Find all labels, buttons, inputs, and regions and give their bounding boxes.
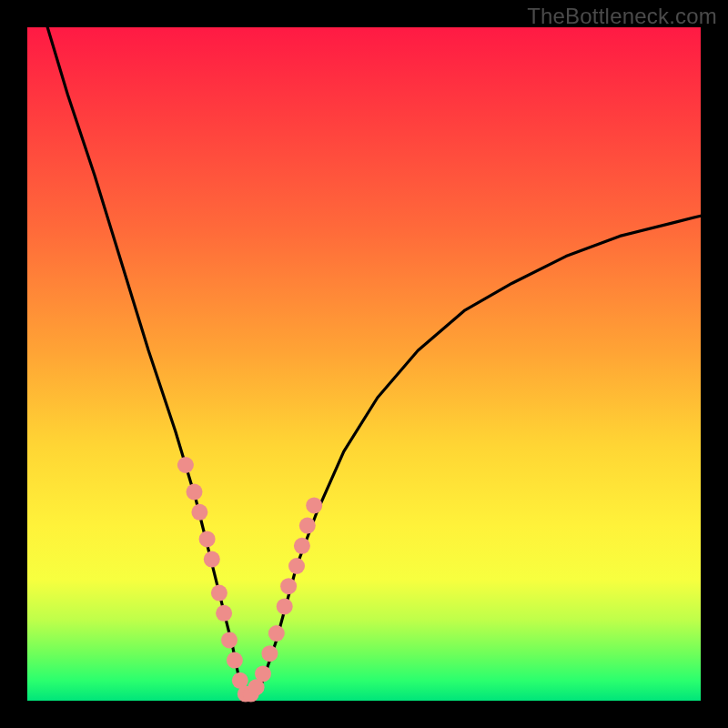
bottleneck-curve	[47, 27, 701, 701]
highlight-dot	[177, 457, 194, 473]
highlight-dot	[255, 665, 271, 682]
bottleneck-curve-path	[47, 27, 701, 701]
highlight-dot	[277, 598, 293, 614]
highlight-dot	[268, 625, 285, 642]
highlight-dot	[299, 518, 316, 534]
highlight-dot	[211, 585, 228, 602]
highlight-dot	[306, 497, 322, 513]
highlight-dot	[288, 558, 305, 574]
highlight-dot	[191, 504, 207, 521]
highlight-dot	[216, 605, 232, 622]
highlight-dot	[187, 484, 203, 500]
highlight-dot	[261, 645, 278, 662]
highlighted-points	[177, 457, 322, 703]
chart-frame: TheBottleneck.com	[0, 0, 728, 728]
highlight-dot	[204, 551, 220, 568]
watermark-text: TheBottleneck.com	[527, 4, 717, 29]
highlight-dot	[280, 578, 297, 594]
plot-area	[27, 27, 701, 701]
highlight-dot	[221, 632, 238, 648]
v-curve-layer	[27, 27, 701, 701]
highlight-dot	[227, 652, 243, 669]
highlight-dot	[199, 531, 216, 547]
highlight-dot	[294, 538, 310, 554]
